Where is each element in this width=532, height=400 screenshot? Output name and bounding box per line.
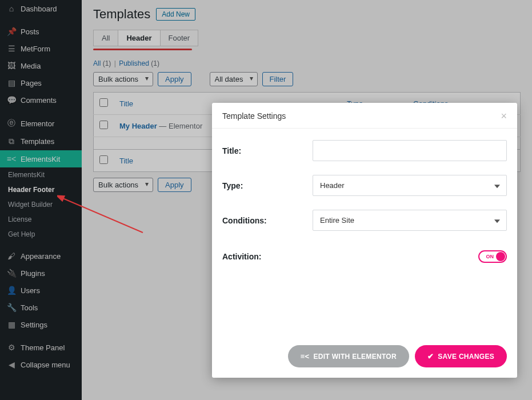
activation-label: Activition: xyxy=(222,252,313,261)
activation-toggle[interactable]: ON xyxy=(478,250,507,263)
conditions-label: Conditions: xyxy=(222,216,313,225)
save-changes-button[interactable]: ✔SAVE CHANGES xyxy=(415,345,507,367)
modal-title: Template Settings xyxy=(222,111,286,121)
type-select[interactable]: Header xyxy=(313,175,507,196)
edit-with-elementor-button[interactable]: ≡<EDIT WITH ELEMENTOR xyxy=(288,345,409,367)
conditions-select[interactable]: Entire Site xyxy=(313,210,507,231)
template-settings-modal: Template Settings × Title: Type: Header … xyxy=(212,103,517,378)
elementor-edit-icon: ≡< xyxy=(301,352,310,361)
check-circle-icon: ✔ xyxy=(427,352,434,361)
title-input[interactable] xyxy=(313,140,507,161)
toggle-knob xyxy=(496,252,505,261)
type-label: Type: xyxy=(222,181,313,190)
close-icon[interactable]: × xyxy=(501,111,507,121)
title-label: Title: xyxy=(222,146,313,155)
